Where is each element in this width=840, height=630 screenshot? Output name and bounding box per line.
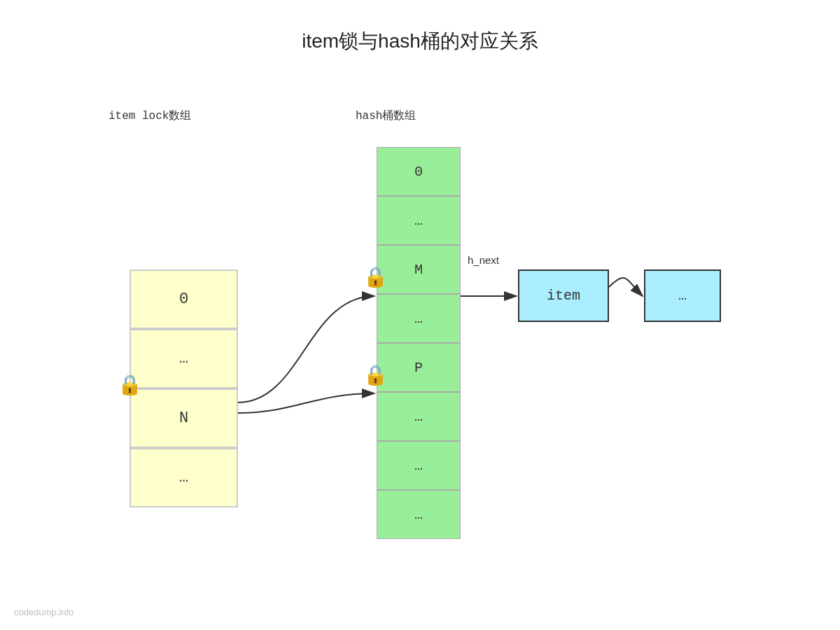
hash-cell-dots1: …: [377, 196, 461, 245]
item-lock-cell-0: 0: [130, 270, 238, 329]
hash-cell-dots2: …: [377, 294, 461, 343]
item-node: item: [518, 270, 609, 322]
next-node: …: [644, 270, 721, 322]
arrow-n-to-p: [238, 393, 374, 413]
item-lock-cell-n: N: [130, 388, 238, 448]
lock-icon-m: 🔒: [363, 265, 388, 289]
item-lock-label: item lock数组: [108, 108, 191, 123]
item-lock-cell-dots1: …: [130, 329, 238, 388]
arrow-n-to-m: [238, 296, 374, 402]
watermark: codedump.info: [14, 607, 74, 617]
hash-cell-p: P: [377, 343, 461, 392]
item-lock-array: 0 … N …: [130, 270, 238, 507]
h-next-label: h_next: [468, 254, 499, 266]
hash-cell-dots5: …: [377, 490, 461, 539]
hash-bucket-array: 0 … M … P … … …: [377, 147, 461, 539]
hash-cell-m: M: [377, 245, 461, 294]
lock-icon-n: 🔒: [118, 373, 142, 397]
item-lock-cell-dots2: …: [130, 448, 238, 507]
hash-cell-0: 0: [377, 147, 461, 196]
hash-cell-dots3: …: [377, 392, 461, 441]
hash-cell-dots4: …: [377, 441, 461, 490]
arrow-item-to-next: [609, 278, 643, 296]
page-title: item锁与hash桶的对应关系: [0, 0, 840, 55]
lock-icon-p: 🔒: [363, 363, 388, 387]
hash-bucket-label: hash桶数组: [356, 108, 416, 123]
